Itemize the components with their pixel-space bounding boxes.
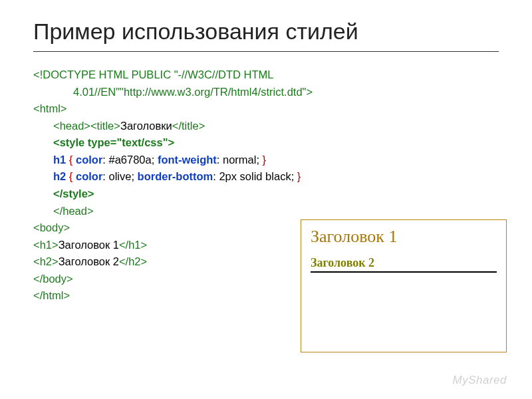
code-line: <h1> — [33, 239, 59, 251]
css-prop: color — [76, 154, 102, 166]
code-line: </head> — [53, 205, 94, 217]
style-close-tag: </style> — [53, 188, 94, 200]
code-line: </title> — [172, 120, 205, 132]
selector: h1 — [53, 154, 66, 166]
brace: { — [69, 154, 73, 166]
preview-heading-2: Заголовок 2 — [311, 256, 497, 273]
brace: { — [69, 170, 73, 182]
css-prop: color — [76, 170, 102, 182]
code-text: Заголовки — [120, 120, 172, 132]
code-line: <html> — [33, 102, 66, 114]
code-line: </html> — [33, 289, 70, 301]
css-val: : olive; — [102, 170, 137, 182]
css-prop: border-bottom — [138, 170, 213, 182]
watermark: MyShared — [453, 374, 507, 387]
rendered-preview: Заголовок 1 Заголовок 2 — [301, 219, 507, 352]
code-line: <!DOCTYPE HTML PUBLIC "-//W3C//DTD HTML — [33, 68, 273, 80]
css-val: : #a6780a; — [102, 154, 158, 166]
brace: } — [297, 170, 301, 182]
css-val: : normal; — [217, 154, 263, 166]
selector: h2 — [53, 170, 66, 182]
brace: } — [263, 154, 267, 166]
code-line: 4.01//EN""http://www.w3.org/TR/html4/str… — [73, 86, 313, 98]
code-text: Заголовок 1 — [59, 239, 119, 251]
code-line: </h2> — [119, 255, 147, 267]
css-val: : 2px solid black; — [213, 170, 297, 182]
code-line: <body> — [33, 221, 70, 233]
code-line: <head><title> — [53, 120, 120, 132]
code-line: </body> — [33, 273, 73, 285]
code-line: </h1> — [119, 239, 147, 251]
slide-title: Пример использования стилей — [33, 19, 499, 52]
style-open-tag: <style type="text/css"> — [53, 136, 174, 148]
css-prop: font-weight — [158, 154, 217, 166]
code-text: Заголовок 2 — [59, 255, 119, 267]
preview-heading-1: Заголовок 1 — [311, 227, 497, 247]
code-line: <h2> — [33, 255, 59, 267]
